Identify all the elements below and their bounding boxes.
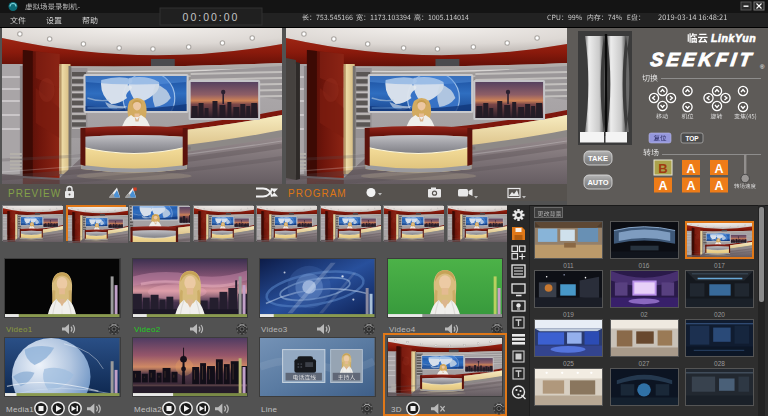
svg-text:B: B	[658, 161, 667, 176]
svg-text:A: A	[686, 179, 695, 193]
svg-text:SEEKFIT: SEEKFIT	[649, 49, 756, 70]
svg-text:A: A	[686, 162, 695, 176]
svg-text:PROGRAM: PROGRAM	[288, 188, 347, 199]
svg-text:LinkYun: LinkYun	[711, 32, 756, 44]
svg-text:A: A	[714, 162, 723, 176]
svg-text:Media1: Media1	[6, 405, 34, 414]
svg-text:A: A	[714, 179, 723, 193]
svg-text:A: A	[658, 179, 667, 193]
svg-text:®: ®	[760, 64, 765, 70]
svg-text:Media2: Media2	[134, 405, 162, 414]
svg-text:Line: Line	[261, 405, 278, 414]
svg-text:00:00:00: 00:00:00	[183, 11, 240, 23]
svg-text:Video2: Video2	[134, 325, 161, 334]
svg-text:TOP: TOP	[685, 135, 699, 142]
svg-text:Video1: Video1	[6, 325, 33, 334]
svg-text:Video3: Video3	[261, 325, 288, 334]
svg-text:PREVIEW: PREVIEW	[8, 188, 61, 199]
svg-text:3D: 3D	[391, 405, 402, 414]
